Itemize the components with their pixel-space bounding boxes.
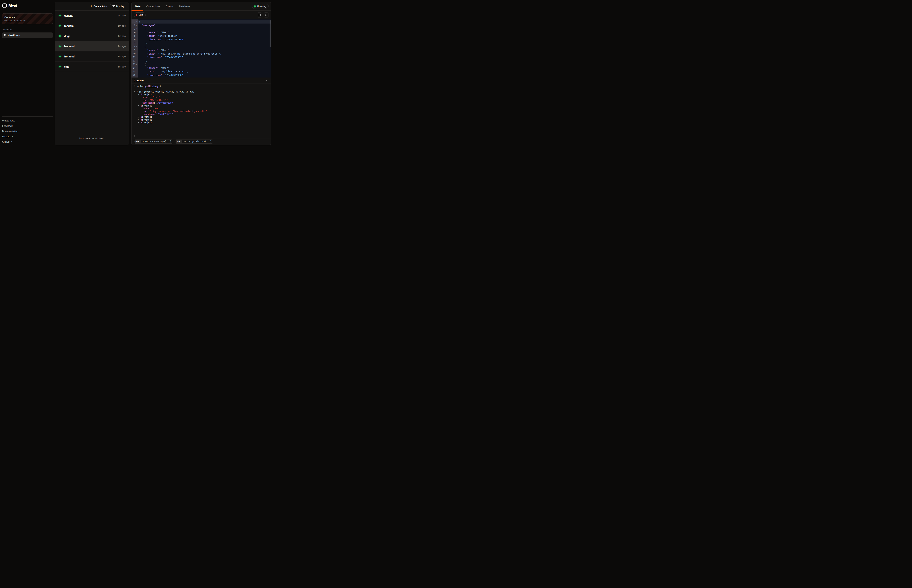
brand: R Rivet [2, 3, 53, 8]
sidebar-footer-link-feedback[interactable]: Feedback [2, 123, 53, 129]
actor-row-dogs[interactable]: dogs1m ago [55, 31, 129, 41]
editor-scrollbar[interactable] [270, 20, 271, 47]
line-number: 10 [133, 52, 136, 55]
sidebar-item-chatroom[interactable]: chatRoom [2, 32, 53, 38]
display-label: Display [116, 5, 124, 8]
property-value: "Who’s there?" [150, 99, 168, 102]
console-object-row[interactable]: ▶3: Object [134, 118, 268, 121]
running-status-dot-icon [254, 5, 256, 7]
expand-triangle-icon[interactable]: ▶ [138, 116, 140, 118]
console-input-row[interactable] [131, 133, 271, 138]
connection-status-text: Connected [4, 16, 50, 19]
actor-row-cats[interactable]: cats1m ago [55, 61, 129, 72]
actor-row-general[interactable]: general2m ago [55, 11, 129, 21]
console-object-row[interactable]: ▶4: Object [134, 121, 268, 124]
property-colon: : [154, 113, 156, 115]
fold-chevron-icon[interactable]: ∨ [136, 46, 137, 47]
gutter-line-5: 5 [131, 34, 138, 38]
rpc-button-actor-getHistory-[interactable]: RPCactor.getHistory(...) [175, 139, 213, 144]
gutter-line-8: 8∨ [131, 45, 138, 48]
console-property-row: sender: "User" [134, 107, 268, 110]
create-actor-button[interactable]: + Create Actor [90, 5, 107, 8]
object-index: 4 [140, 121, 142, 124]
line-number: 15 [133, 70, 136, 73]
display-button[interactable]: Display [110, 4, 126, 9]
token: { [144, 27, 146, 30]
status-badge-label: Running [257, 5, 266, 8]
tab-connections[interactable]: Connections [144, 2, 163, 10]
property-value: 1764043995517 [156, 113, 173, 115]
actor-last-active: 1m ago [118, 35, 126, 37]
property-key: text [142, 110, 148, 113]
actor-row-random[interactable]: random1m ago [55, 21, 129, 31]
sidebar-footer-link-whatsnew[interactable]: Whats new? [2, 118, 53, 123]
expand-triangle-icon[interactable]: ▶ [138, 122, 140, 123]
console-object-row[interactable]: ▶2: Object [134, 116, 268, 118]
token [139, 56, 147, 58]
line-number: 5 [134, 35, 136, 37]
tab-database[interactable]: Database [176, 2, 193, 10]
object-label: : Object [142, 105, 152, 107]
property-key: timestamp [142, 102, 154, 104]
expand-triangle-icon[interactable]: ▶ [138, 119, 140, 121]
fold-chevron-icon[interactable]: ∨ [136, 21, 137, 23]
gutter-line-14: 14 [131, 66, 138, 70]
property-value: " Nay, answer me. Stand and unfold yours… [150, 110, 207, 113]
code-line-15: "text": "Long live the King!", [138, 69, 271, 73]
state-json-editor[interactable]: 1∨2∨3∨45678∨910111213∨14151617 { "messag… [131, 19, 271, 78]
actor-status-dot-icon [59, 25, 61, 27]
live-dot-icon [136, 14, 137, 16]
actors-header: + Create Actor Display [55, 2, 129, 11]
command-method: getHistory [145, 85, 158, 87]
token: "sender" [147, 49, 158, 52]
tab-state[interactable]: State [131, 2, 144, 10]
fold-chevron-icon[interactable]: ∨ [136, 24, 137, 26]
property-value: "User" [152, 107, 160, 110]
code-line-6: "timestamp": 1764043991880 [138, 38, 271, 41]
sidebar-footer-link-discord[interactable]: Discord↗ [2, 134, 53, 139]
instances-section-label: Instances [3, 28, 53, 31]
code-line-7: }, [138, 41, 271, 45]
expand-triangle-icon[interactable]: ▼ [137, 91, 139, 92]
actor-status-dot-icon [59, 45, 61, 47]
actor-last-active: 1m ago [118, 45, 126, 48]
fold-chevron-icon[interactable]: ∨ [136, 64, 137, 65]
connection-status-card: Connected http://localhost:6420 [2, 13, 53, 24]
fold-chevron-icon[interactable]: ∨ [136, 28, 137, 29]
line-number: 7 [134, 42, 136, 44]
result-summary-text: (5) [Object, Object, Object, Object, Obj… [139, 90, 195, 93]
token: " Nay, answer me. Stand and unfold yours… [158, 52, 220, 55]
actor-row-backend[interactable]: backend1m ago [55, 41, 129, 52]
collapse-triangle-icon[interactable]: ▼ [138, 94, 140, 95]
console-property-row: timestamp: 1764043995517 [134, 113, 268, 115]
console-object-row[interactable]: ▼1: Object [134, 104, 268, 107]
token: "timestamp" [147, 74, 162, 76]
reset-state-button[interactable] [263, 12, 269, 18]
code-line-12: }, [138, 59, 271, 63]
live-badge-label: Live [139, 13, 143, 16]
live-badge[interactable]: Live [134, 12, 146, 17]
property-value: "User" [152, 96, 160, 99]
code-line-16: "timestamp": 1764043999867 [138, 73, 271, 77]
property-colon: : [154, 102, 156, 104]
sidebar-footer-link-github[interactable]: GitHub↗ [2, 139, 53, 144]
token: , [169, 66, 171, 69]
instance-label: chatRoom [8, 34, 20, 37]
editor-code: { "messages": [ { "sender": "User", "tex… [138, 19, 271, 78]
actor-name: frontend [64, 55, 74, 58]
actor-row-frontend[interactable]: frontend1m ago [55, 52, 129, 61]
rpc-button-actor-sendMessage-[interactable]: RPCactor.sendMessage(...) [134, 139, 173, 144]
collapse-triangle-icon[interactable]: ▼ [138, 105, 140, 107]
tab-events[interactable]: Events [163, 2, 176, 10]
sidebar-footer-link-documentation[interactable]: Documentation [2, 129, 53, 134]
console-property-row: text: " Nay, answer me. Stand and unfold… [134, 110, 268, 113]
save-state-button[interactable] [257, 12, 262, 18]
gutter-line-16: 16 [131, 73, 138, 77]
property-colon: : [148, 110, 150, 113]
rpc-method-label: actor.getHistory(...) [184, 140, 211, 143]
actors-panel: + Create Actor Display general2m agora [55, 2, 129, 145]
console-object-row[interactable]: ▼0: Object [134, 93, 268, 96]
console-header[interactable]: Console [131, 78, 271, 84]
object-index: 2 [140, 116, 142, 118]
gutter-line-1: 1∨ [131, 20, 138, 24]
